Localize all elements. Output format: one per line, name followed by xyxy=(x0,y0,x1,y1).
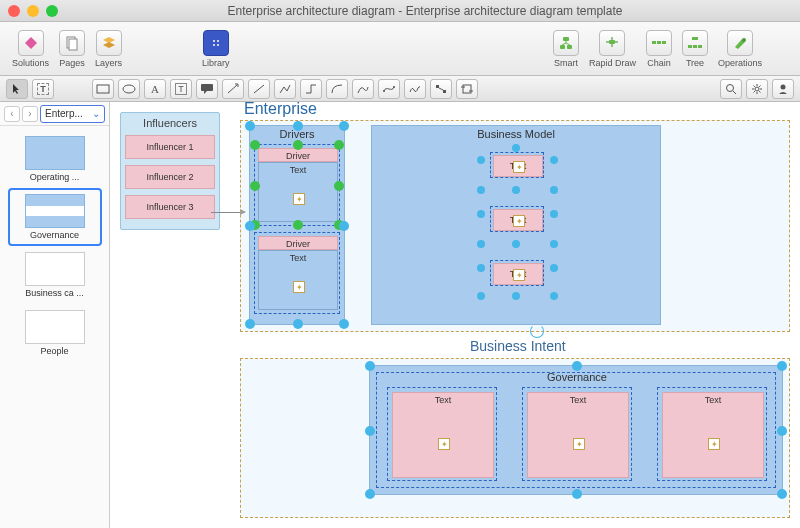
crop-tool[interactable] xyxy=(456,79,478,99)
pages-button[interactable]: Pages xyxy=(55,28,89,70)
gov-text-box[interactable]: Text✦ xyxy=(392,392,494,478)
select-tool[interactable] xyxy=(6,79,28,99)
bm-text-box[interactable]: Text✦ xyxy=(493,155,543,177)
minimize-icon[interactable] xyxy=(27,5,39,17)
gov-item[interactable]: Text✦ xyxy=(522,387,632,481)
resize-handle[interactable] xyxy=(339,319,349,329)
arc-tool[interactable] xyxy=(326,79,348,99)
resize-handle[interactable] xyxy=(334,140,344,150)
resize-handle[interactable] xyxy=(339,221,349,231)
anchor-icon[interactable]: ✦ xyxy=(573,438,585,450)
influencer-item[interactable]: Influencer 2 xyxy=(125,165,215,189)
polyline-tool[interactable] xyxy=(274,79,296,99)
anchor-icon[interactable]: ✦ xyxy=(438,438,450,450)
gov-text-box[interactable]: Text✦ xyxy=(662,392,764,478)
diagram-canvas[interactable]: Enterprise Drivers Driver Text ✦ xyxy=(240,102,800,528)
anchor-icon[interactable]: ✦ xyxy=(513,215,525,227)
bezier-tool[interactable] xyxy=(378,79,400,99)
connector-tool[interactable] xyxy=(300,79,322,99)
connection-point[interactable] xyxy=(477,292,485,300)
influencers-panel[interactable]: Influencers Influencer 1 Influencer 2 In… xyxy=(120,112,220,230)
connection-point[interactable] xyxy=(512,144,520,152)
close-icon[interactable] xyxy=(8,5,20,17)
resize-handle[interactable] xyxy=(250,140,260,150)
driver-box[interactable]: Driver xyxy=(258,236,338,250)
connection-point[interactable] xyxy=(550,292,558,300)
connection-point[interactable] xyxy=(512,292,520,300)
library-button[interactable]: Library xyxy=(198,28,234,70)
governance-container[interactable]: Governance Text✦ Text✦ Text✦ xyxy=(369,365,783,495)
search-button[interactable] xyxy=(720,79,742,99)
connection-point[interactable] xyxy=(550,240,558,248)
connection-point[interactable] xyxy=(550,156,558,164)
freehand-tool[interactable] xyxy=(404,79,426,99)
bm-text-box[interactable]: Text✦ xyxy=(493,263,543,285)
gov-text-box[interactable]: Text✦ xyxy=(527,392,629,478)
influencer-item[interactable]: Influencer 3 xyxy=(125,195,215,219)
resize-handle[interactable] xyxy=(293,121,303,131)
resize-handle[interactable] xyxy=(334,181,344,191)
edit-points-tool[interactable] xyxy=(430,79,452,99)
resize-handle[interactable] xyxy=(339,121,349,131)
driver-text-box[interactable]: Text ✦ xyxy=(258,162,338,222)
connection-point[interactable] xyxy=(477,264,485,272)
connection-point[interactable] xyxy=(512,186,520,194)
connection-point[interactable] xyxy=(550,264,558,272)
line-arrow-tool[interactable] xyxy=(222,79,244,99)
bm-item[interactable]: Text✦ xyxy=(490,260,544,286)
bm-item[interactable]: Text✦ xyxy=(490,152,544,178)
influencer-item[interactable]: Influencer 1 xyxy=(125,135,215,159)
driver-selection[interactable]: Driver Text ✦ xyxy=(254,232,340,314)
zoom-icon[interactable] xyxy=(46,5,58,17)
nav-forward-button[interactable]: › xyxy=(22,106,38,122)
smart-button[interactable]: Smart xyxy=(549,28,583,70)
resize-handle[interactable] xyxy=(293,140,303,150)
connection-point[interactable] xyxy=(477,210,485,218)
layers-button[interactable]: Layers xyxy=(91,28,126,70)
ellipse-tool[interactable] xyxy=(118,79,140,99)
resize-handle[interactable] xyxy=(293,319,303,329)
anchor-icon[interactable]: ✦ xyxy=(293,281,305,293)
callout-tool[interactable] xyxy=(196,79,218,99)
anchor-icon[interactable]: ✦ xyxy=(513,161,525,173)
text-tool[interactable]: T xyxy=(32,79,54,99)
business-intent-group[interactable]: Governance Text✦ Text✦ Text✦ xyxy=(240,358,790,518)
connection-point[interactable] xyxy=(477,156,485,164)
drivers-container[interactable]: Drivers Driver Text ✦ xyxy=(249,125,345,325)
shape-item-governance[interactable]: Governance xyxy=(10,190,100,244)
driver-box[interactable]: Driver xyxy=(258,148,338,162)
shape-list[interactable]: Operating ... Governance Business ca ...… xyxy=(0,126,109,528)
gov-selection[interactable]: Governance Text✦ Text✦ Text✦ xyxy=(376,372,776,488)
resize-handle[interactable] xyxy=(777,361,787,371)
operations-button[interactable]: Operations xyxy=(714,28,766,70)
gov-item[interactable]: Text✦ xyxy=(657,387,767,481)
resize-handle[interactable] xyxy=(777,489,787,499)
anchor-icon[interactable]: ✦ xyxy=(293,193,305,205)
connection-point[interactable] xyxy=(550,210,558,218)
spline-tool[interactable] xyxy=(352,79,374,99)
rect-tool[interactable] xyxy=(92,79,114,99)
driver-selection[interactable]: Driver Text ✦ xyxy=(254,144,340,226)
resize-handle[interactable] xyxy=(365,361,375,371)
canvas[interactable]: Influencers Influencer 1 Influencer 2 In… xyxy=(110,102,800,528)
solutions-button[interactable]: Solutions xyxy=(8,28,53,70)
gov-item[interactable]: Text✦ xyxy=(387,387,497,481)
textbox-tool[interactable]: T xyxy=(170,79,192,99)
shape-item-people[interactable]: People xyxy=(10,306,100,360)
bm-text-box[interactable]: Text✦ xyxy=(493,209,543,231)
resize-handle[interactable] xyxy=(245,221,255,231)
library-select[interactable]: Enterp... xyxy=(40,105,105,123)
resize-handle[interactable] xyxy=(245,319,255,329)
shape-item-operating[interactable]: Operating ... xyxy=(10,132,100,186)
connection-point[interactable] xyxy=(512,240,520,248)
user-button[interactable] xyxy=(772,79,794,99)
driver-text-box[interactable]: Text ✦ xyxy=(258,250,338,310)
resize-handle[interactable] xyxy=(245,121,255,131)
resize-handle[interactable] xyxy=(293,220,303,230)
nav-back-button[interactable]: ‹ xyxy=(4,106,20,122)
resize-handle[interactable] xyxy=(572,361,582,371)
anchor-icon[interactable]: ✦ xyxy=(513,269,525,281)
tree-button[interactable]: Tree xyxy=(678,28,712,70)
chain-button[interactable]: Chain xyxy=(642,28,676,70)
rotate-handle[interactable] xyxy=(530,324,544,338)
